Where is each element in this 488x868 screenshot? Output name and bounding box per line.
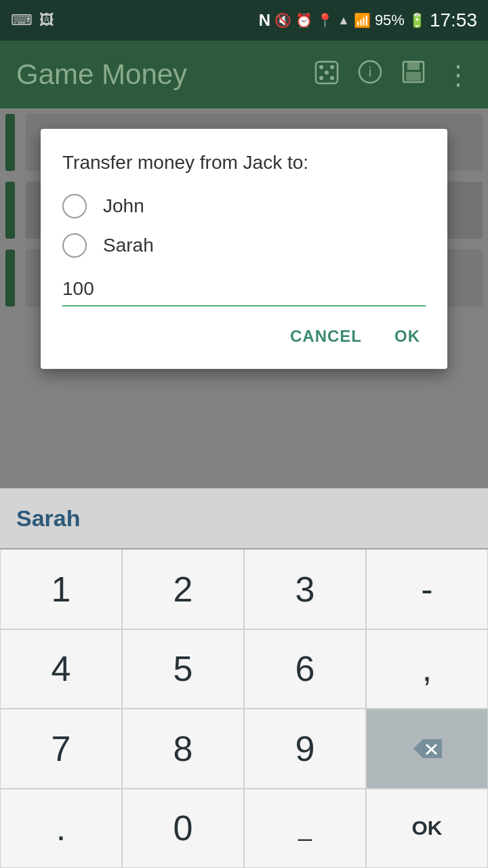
- svg-point-4: [319, 76, 323, 80]
- radio-sarah-label: Sarah: [103, 235, 154, 256]
- svg-point-1: [319, 65, 323, 69]
- key-9[interactable]: 9: [244, 709, 366, 789]
- dialog-title: Transfer money from Jack to:: [62, 151, 426, 175]
- key-7[interactable]: 7: [0, 709, 122, 789]
- transfer-dialog: Transfer money from Jack to: John Sarah …: [41, 129, 447, 369]
- status-time: 17:53: [430, 9, 477, 31]
- image-icon: 🖼: [39, 12, 54, 29]
- svg-rect-9: [407, 62, 420, 70]
- key-1[interactable]: 1: [0, 549, 122, 629]
- svg-text:i: i: [369, 64, 371, 79]
- alarm-icon: ⏰: [296, 12, 312, 28]
- amount-input[interactable]: [62, 273, 426, 307]
- key-6[interactable]: 6: [244, 629, 366, 709]
- battery-icon: 🔋: [409, 12, 426, 28]
- key-underscore[interactable]: _: [244, 789, 366, 869]
- keyboard-icon: ⌨: [11, 12, 33, 29]
- key-comma[interactable]: ,: [366, 629, 488, 709]
- radio-john-circle[interactable]: [62, 194, 87, 218]
- app-bar: Game Money i ⋮: [0, 41, 488, 108]
- amount-input-wrapper: [62, 273, 426, 307]
- key-3[interactable]: 3: [244, 549, 366, 629]
- status-bar: ⌨ 🖼 N 🔇 ⏰ 📍 ▲ 📶 95% 🔋 17:53: [0, 0, 488, 41]
- svg-point-2: [330, 65, 334, 69]
- app-bar-actions: i ⋮: [314, 59, 472, 90]
- backspace-key[interactable]: [366, 709, 488, 789]
- dice-icon[interactable]: [314, 60, 339, 90]
- status-bar-left: ⌨ 🖼: [11, 12, 54, 29]
- key-0[interactable]: 0: [122, 789, 244, 869]
- dialog-overlay: Transfer money from Jack to: John Sarah …: [0, 108, 488, 488]
- svg-rect-10: [406, 72, 421, 81]
- battery-percent: 95%: [375, 12, 405, 29]
- key-2[interactable]: 2: [122, 549, 244, 629]
- svg-point-5: [330, 76, 334, 80]
- location-icon: 📍: [317, 12, 333, 28]
- signal-icon: ▲: [338, 14, 350, 28]
- radio-john[interactable]: John: [62, 194, 426, 218]
- n-icon: N: [259, 11, 270, 30]
- save-icon[interactable]: [401, 60, 426, 90]
- key-4[interactable]: 4: [0, 629, 122, 709]
- dialog-buttons: CANCEL OK: [62, 320, 426, 353]
- key-dot[interactable]: .: [0, 789, 122, 869]
- ok-button[interactable]: OK: [389, 320, 426, 353]
- wifi-icon: 📶: [354, 12, 371, 28]
- app-title: Game Money: [16, 58, 314, 91]
- key-minus[interactable]: -: [366, 549, 488, 629]
- sarah-row: Sarah: [0, 488, 488, 549]
- more-icon[interactable]: ⋮: [445, 59, 472, 90]
- key-8[interactable]: 8: [122, 709, 244, 789]
- cancel-button[interactable]: CANCEL: [285, 320, 367, 353]
- key-5[interactable]: 5: [122, 629, 244, 709]
- mute-icon: 🔇: [274, 12, 291, 28]
- radio-sarah[interactable]: Sarah: [62, 233, 426, 258]
- numeric-keyboard: 1 2 3 - 4 5 6 , 7 8 9 . 0 _ OK: [0, 549, 488, 868]
- sarah-name: Sarah: [16, 505, 81, 532]
- radio-sarah-circle[interactable]: [62, 233, 87, 258]
- svg-point-3: [325, 71, 329, 75]
- info-icon[interactable]: i: [358, 60, 382, 90]
- key-ok[interactable]: OK: [366, 789, 488, 869]
- bg-content: Transfer money from Jack to: John Sarah …: [0, 108, 488, 488]
- status-bar-right: N 🔇 ⏰ 📍 ▲ 📶 95% 🔋 17:53: [259, 9, 477, 31]
- radio-john-label: John: [103, 195, 144, 217]
